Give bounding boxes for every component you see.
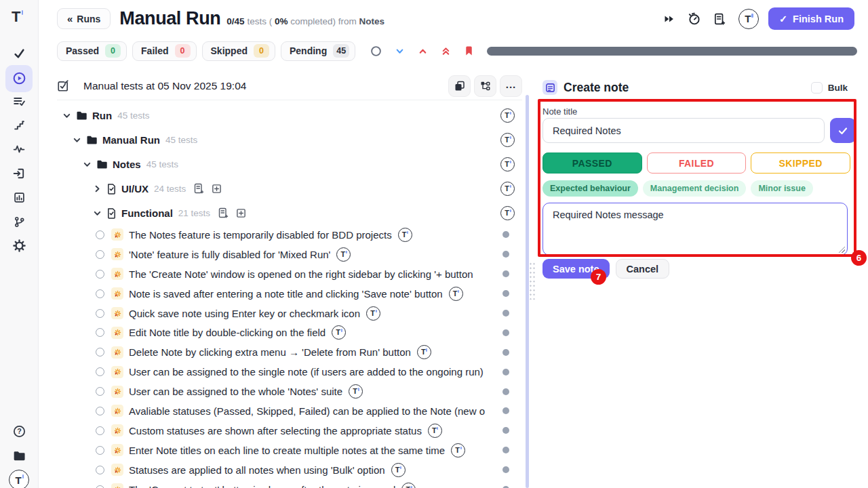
add-test-icon[interactable] <box>236 208 246 218</box>
status-button-failed[interactable]: FAILED <box>647 152 747 174</box>
status-button-skipped[interactable]: SKIPPED <box>751 152 850 174</box>
test-status-radio[interactable] <box>96 270 104 279</box>
timer-icon[interactable] <box>688 12 701 25</box>
sidebar-item-gear[interactable] <box>5 234 33 258</box>
note-add-icon[interactable] <box>713 13 726 25</box>
test-status-radio[interactable] <box>96 230 104 239</box>
testomat-badge-icon[interactable]: T <box>398 228 412 242</box>
test-status-radio[interactable] <box>96 485 104 488</box>
add-note-icon[interactable] <box>193 183 204 194</box>
test-status-radio[interactable] <box>96 367 104 376</box>
testomat-badge-icon[interactable]: T <box>366 306 380 321</box>
sidebar-item-import[interactable] <box>5 161 33 186</box>
tree-node[interactable]: UI/UX 24 tests T <box>57 176 522 201</box>
test-row[interactable]: Custom statuses are shown after selectin… <box>57 421 522 441</box>
dchev-up-icon[interactable] <box>441 46 451 56</box>
caret-down-icon[interactable] <box>71 135 82 145</box>
caret-down-icon[interactable] <box>61 110 72 121</box>
circle-o-icon[interactable] <box>370 45 382 57</box>
chev-up-icon[interactable] <box>418 46 428 56</box>
panel-resize-handle[interactable] <box>529 262 536 300</box>
caret-down-icon[interactable] <box>81 159 92 169</box>
finish-run-button[interactable]: ✓ Finish Run <box>768 7 854 30</box>
sidebar-item-branch[interactable] <box>5 209 33 234</box>
sidebar-item-help[interactable]: ? <box>5 419 33 443</box>
test-status-radio[interactable] <box>96 309 104 318</box>
bulk-toggle[interactable]: Bulk <box>811 82 848 94</box>
test-row[interactable]: Enter Note titles on each line to create… <box>57 441 522 460</box>
tree-node[interactable]: Notes 45 tests T <box>57 152 522 176</box>
app-logo-icon[interactable]: T <box>12 8 20 26</box>
test-row[interactable]: User can be assigned to the single note … <box>57 362 522 382</box>
test-status-radio[interactable] <box>96 387 104 396</box>
testomat-badge-icon[interactable]: T <box>500 157 515 171</box>
back-to-runs-button[interactable]: « Runs <box>57 8 111 29</box>
test-status-radio[interactable] <box>96 466 104 474</box>
testomat-badge-icon[interactable]: T <box>500 108 515 123</box>
status-button-passed[interactable]: PASSED <box>542 152 642 174</box>
tree-struct-button[interactable] <box>474 75 496 97</box>
testomat-badge-icon[interactable]: T <box>417 345 431 359</box>
test-row[interactable]: 'Note' feature is fully disabled for 'Mi… <box>57 245 522 264</box>
sidebar-item-list-check[interactable] <box>5 89 33 113</box>
add-test-icon[interactable] <box>212 184 222 194</box>
cancel-button[interactable]: Cancel <box>616 259 670 279</box>
filter-chip-pending[interactable]: Pending 45 <box>281 41 355 61</box>
test-status-radio[interactable] <box>96 407 104 415</box>
sidebar-item-pulse[interactable] <box>5 137 33 161</box>
caret-right-icon[interactable] <box>92 184 102 194</box>
testomat-badge-icon[interactable]: T <box>449 287 463 301</box>
account-logo-button[interactable]: T <box>738 9 759 29</box>
test-status-radio[interactable] <box>96 446 104 455</box>
testomat-badge-icon[interactable]: T <box>500 182 515 196</box>
sidebar-item-play-circle[interactable] <box>5 65 33 92</box>
testomat-badge-icon[interactable]: T <box>9 470 29 488</box>
sidebar-item-check[interactable] <box>5 41 33 65</box>
caret-down-icon[interactable] <box>92 208 102 218</box>
note-tag[interactable]: Minor issue <box>751 180 812 197</box>
tree-node[interactable]: Manual Run 45 tests T <box>57 127 522 152</box>
note-tag[interactable]: Management decision <box>643 180 747 197</box>
fast-forward-icon[interactable] <box>664 14 675 24</box>
test-status-radio[interactable] <box>96 426 104 435</box>
test-status-radio[interactable] <box>96 348 104 357</box>
test-status-radio[interactable] <box>96 328 104 337</box>
testomat-badge-icon[interactable]: T <box>500 133 515 147</box>
test-row[interactable]: User can be assigned to the whole 'Notes… <box>57 382 522 401</box>
test-row[interactable]: Note is saved after entering a note titl… <box>57 284 522 304</box>
test-row[interactable]: Edit Note title by double-clicking on th… <box>57 323 522 342</box>
sidebar-item-app-logo[interactable]: T <box>5 468 33 488</box>
test-status-radio[interactable] <box>96 250 104 259</box>
testomat-badge-icon[interactable]: T <box>500 206 515 220</box>
tree-node[interactable]: Functional 21 tests T <box>57 201 522 225</box>
test-row[interactable]: The 'Create Note' window is opened on th… <box>57 264 522 284</box>
more-button[interactable]: ... <box>500 75 522 97</box>
tree-node[interactable]: Run 45 tests T <box>57 103 522 127</box>
note-title-input[interactable] <box>542 118 825 143</box>
testomat-badge-icon[interactable]: T <box>451 443 465 458</box>
test-row[interactable]: Avaliable statuses (Passed, Skipped, Fai… <box>57 401 522 421</box>
test-row[interactable]: Delete Note by clicking extra menu → 'De… <box>57 342 522 362</box>
test-row[interactable]: The Notes feature is temporarily disable… <box>57 225 522 245</box>
testomat-badge-icon[interactable]: T <box>391 463 406 477</box>
testomat-badge-icon[interactable]: T <box>349 384 363 399</box>
note-message-textarea[interactable]: Required Notes message <box>542 203 848 256</box>
sidebar-item-steps[interactable] <box>5 113 33 138</box>
test-row[interactable]: Statuses are applied to all notes when u… <box>57 460 522 480</box>
quick-save-check-button[interactable] <box>830 118 856 143</box>
add-note-icon[interactable] <box>218 207 229 218</box>
bookmark-icon[interactable] <box>464 45 474 56</box>
chev-down-icon[interactable] <box>395 46 405 56</box>
test-status-radio[interactable] <box>96 289 104 298</box>
sidebar-item-folder-solid[interactable] <box>5 443 33 468</box>
testomat-badge-icon[interactable]: T <box>336 247 351 262</box>
testomat-badge-icon[interactable]: T <box>401 483 416 488</box>
filter-chip-skipped[interactable]: Skipped 0 <box>202 41 275 61</box>
copy-button[interactable] <box>448 75 471 97</box>
testomat-badge-icon[interactable]: T <box>738 9 759 29</box>
filter-chip-failed[interactable]: Failed 0 <box>132 41 196 61</box>
bulk-checkbox[interactable] <box>811 82 823 94</box>
testomat-badge-icon[interactable]: T <box>332 325 346 340</box>
test-row[interactable]: Quick save note using Enter key or check… <box>57 304 522 323</box>
filter-chip-passed[interactable]: Passed 0 <box>57 41 127 61</box>
